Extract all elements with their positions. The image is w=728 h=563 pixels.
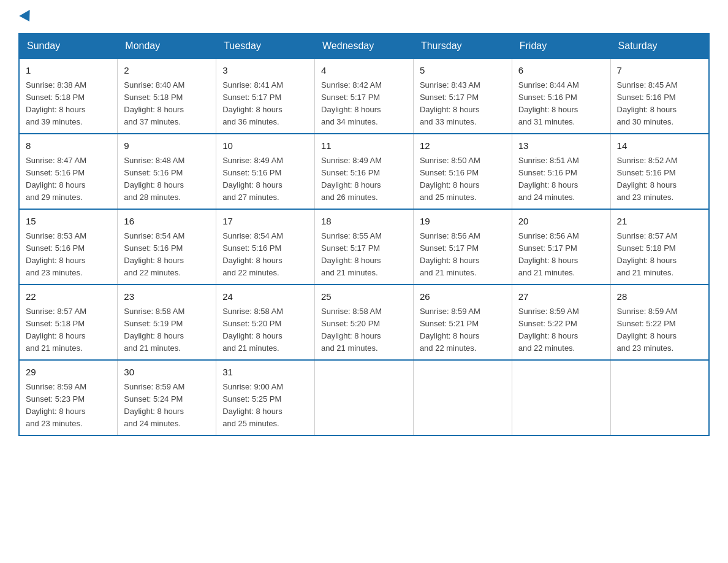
day-info: Sunrise: 9:00 AM Sunset: 5:25 PM Dayligh…: [222, 381, 308, 431]
day-cell: 27Sunrise: 8:59 AM Sunset: 5:22 PM Dayli…: [512, 285, 610, 360]
day-number: 22: [26, 290, 111, 304]
day-cell: 5Sunrise: 8:43 AM Sunset: 5:17 PM Daylig…: [413, 58, 512, 134]
day-number: 31: [222, 366, 308, 380]
day-number: 12: [420, 139, 506, 153]
day-cell: 1Sunrise: 8:38 AM Sunset: 5:18 PM Daylig…: [19, 58, 118, 134]
week-row-1: 1Sunrise: 8:38 AM Sunset: 5:18 PM Daylig…: [19, 58, 709, 134]
day-info: Sunrise: 8:59 AM Sunset: 5:23 PM Dayligh…: [26, 381, 111, 431]
day-info: Sunrise: 8:51 AM Sunset: 5:16 PM Dayligh…: [518, 155, 604, 204]
day-info: Sunrise: 8:43 AM Sunset: 5:17 PM Dayligh…: [420, 79, 506, 129]
week-row-2: 8Sunrise: 8:47 AM Sunset: 5:16 PM Daylig…: [19, 134, 709, 209]
day-number: 23: [124, 290, 210, 304]
day-number: 19: [420, 215, 506, 229]
day-cell: 30Sunrise: 8:59 AM Sunset: 5:24 PM Dayli…: [118, 360, 216, 435]
day-cell: 17Sunrise: 8:54 AM Sunset: 5:16 PM Dayli…: [216, 209, 315, 285]
day-info: Sunrise: 8:58 AM Sunset: 5:19 PM Dayligh…: [124, 305, 210, 355]
logo: [18, 12, 33, 22]
day-number: 2: [124, 64, 210, 78]
day-number: 21: [617, 215, 702, 229]
day-info: Sunrise: 8:54 AM Sunset: 5:16 PM Dayligh…: [222, 230, 308, 280]
day-cell: 26Sunrise: 8:59 AM Sunset: 5:21 PM Dayli…: [413, 285, 512, 360]
day-info: Sunrise: 8:40 AM Sunset: 5:18 PM Dayligh…: [124, 79, 210, 129]
day-info: Sunrise: 8:59 AM Sunset: 5:22 PM Dayligh…: [518, 305, 604, 355]
day-cell: 11Sunrise: 8:49 AM Sunset: 5:16 PM Dayli…: [315, 134, 414, 209]
day-info: Sunrise: 8:56 AM Sunset: 5:17 PM Dayligh…: [518, 230, 604, 280]
day-cell: 12Sunrise: 8:50 AM Sunset: 5:16 PM Dayli…: [413, 134, 512, 209]
day-cell: 28Sunrise: 8:59 AM Sunset: 5:22 PM Dayli…: [610, 285, 709, 360]
day-number: 5: [420, 64, 506, 78]
day-number: 8: [26, 139, 111, 153]
day-cell: 24Sunrise: 8:58 AM Sunset: 5:20 PM Dayli…: [216, 285, 315, 360]
day-cell: 16Sunrise: 8:54 AM Sunset: 5:16 PM Dayli…: [118, 209, 216, 285]
day-cell: 7Sunrise: 8:45 AM Sunset: 5:16 PM Daylig…: [610, 58, 709, 134]
day-cell: 4Sunrise: 8:42 AM Sunset: 5:17 PM Daylig…: [315, 58, 414, 134]
day-number: 29: [26, 366, 111, 380]
day-cell: 25Sunrise: 8:58 AM Sunset: 5:20 PM Dayli…: [315, 285, 414, 360]
day-cell: 21Sunrise: 8:57 AM Sunset: 5:18 PM Dayli…: [610, 209, 709, 285]
day-number: 7: [617, 64, 702, 78]
day-cell: 19Sunrise: 8:56 AM Sunset: 5:17 PM Dayli…: [413, 209, 512, 285]
day-number: 17: [222, 215, 308, 229]
day-cell: 14Sunrise: 8:52 AM Sunset: 5:16 PM Dayli…: [610, 134, 709, 209]
day-number: 16: [124, 215, 210, 229]
day-cell: 9Sunrise: 8:48 AM Sunset: 5:16 PM Daylig…: [118, 134, 216, 209]
day-number: 27: [518, 290, 604, 304]
day-info: Sunrise: 8:58 AM Sunset: 5:20 PM Dayligh…: [222, 305, 308, 355]
day-info: Sunrise: 8:50 AM Sunset: 5:16 PM Dayligh…: [420, 155, 506, 204]
day-number: 25: [321, 290, 407, 304]
day-cell: [315, 360, 414, 435]
day-cell: 2Sunrise: 8:40 AM Sunset: 5:18 PM Daylig…: [118, 58, 216, 134]
day-number: 11: [321, 139, 407, 153]
page-header: [18, 12, 710, 22]
day-cell: 13Sunrise: 8:51 AM Sunset: 5:16 PM Dayli…: [512, 134, 610, 209]
week-row-3: 15Sunrise: 8:53 AM Sunset: 5:16 PM Dayli…: [19, 209, 709, 285]
day-cell: 3Sunrise: 8:41 AM Sunset: 5:17 PM Daylig…: [216, 58, 315, 134]
day-info: Sunrise: 8:42 AM Sunset: 5:17 PM Dayligh…: [321, 79, 407, 129]
weekday-header-wednesday: Wednesday: [315, 34, 414, 58]
day-number: 3: [222, 64, 308, 78]
day-info: Sunrise: 8:44 AM Sunset: 5:16 PM Dayligh…: [518, 79, 604, 129]
day-number: 1: [26, 64, 111, 78]
day-info: Sunrise: 8:38 AM Sunset: 5:18 PM Dayligh…: [26, 79, 111, 129]
day-cell: 18Sunrise: 8:55 AM Sunset: 5:17 PM Dayli…: [315, 209, 414, 285]
logo-triangle-icon: [19, 10, 34, 25]
day-cell: [512, 360, 610, 435]
weekday-header-row: SundayMondayTuesdayWednesdayThursdayFrid…: [19, 34, 709, 58]
day-info: Sunrise: 8:57 AM Sunset: 5:18 PM Dayligh…: [26, 305, 111, 355]
day-cell: 22Sunrise: 8:57 AM Sunset: 5:18 PM Dayli…: [19, 285, 118, 360]
day-cell: 23Sunrise: 8:58 AM Sunset: 5:19 PM Dayli…: [118, 285, 216, 360]
day-info: Sunrise: 8:49 AM Sunset: 5:16 PM Dayligh…: [321, 155, 407, 204]
day-info: Sunrise: 8:47 AM Sunset: 5:16 PM Dayligh…: [26, 155, 111, 204]
day-number: 15: [26, 215, 111, 229]
day-info: Sunrise: 8:59 AM Sunset: 5:22 PM Dayligh…: [617, 305, 702, 355]
weekday-header-sunday: Sunday: [19, 34, 118, 58]
day-info: Sunrise: 8:55 AM Sunset: 5:17 PM Dayligh…: [321, 230, 407, 280]
day-number: 30: [124, 366, 210, 380]
day-cell: 10Sunrise: 8:49 AM Sunset: 5:16 PM Dayli…: [216, 134, 315, 209]
day-info: Sunrise: 8:57 AM Sunset: 5:18 PM Dayligh…: [617, 230, 702, 280]
weekday-header-thursday: Thursday: [413, 34, 512, 58]
day-cell: 29Sunrise: 8:59 AM Sunset: 5:23 PM Dayli…: [19, 360, 118, 435]
day-info: Sunrise: 8:52 AM Sunset: 5:16 PM Dayligh…: [617, 155, 702, 204]
day-number: 24: [222, 290, 308, 304]
day-info: Sunrise: 8:53 AM Sunset: 5:16 PM Dayligh…: [26, 230, 111, 280]
day-cell: 15Sunrise: 8:53 AM Sunset: 5:16 PM Dayli…: [19, 209, 118, 285]
day-cell: 20Sunrise: 8:56 AM Sunset: 5:17 PM Dayli…: [512, 209, 610, 285]
day-number: 6: [518, 64, 604, 78]
day-cell: 6Sunrise: 8:44 AM Sunset: 5:16 PM Daylig…: [512, 58, 610, 134]
day-number: 13: [518, 139, 604, 153]
weekday-header-monday: Monday: [118, 34, 216, 58]
weekday-header-friday: Friday: [512, 34, 610, 58]
calendar-table: SundayMondayTuesdayWednesdayThursdayFrid…: [18, 33, 710, 436]
week-row-5: 29Sunrise: 8:59 AM Sunset: 5:23 PM Dayli…: [19, 360, 709, 435]
day-number: 10: [222, 139, 308, 153]
day-info: Sunrise: 8:56 AM Sunset: 5:17 PM Dayligh…: [420, 230, 506, 280]
day-info: Sunrise: 8:59 AM Sunset: 5:24 PM Dayligh…: [124, 381, 210, 431]
day-info: Sunrise: 8:54 AM Sunset: 5:16 PM Dayligh…: [124, 230, 210, 280]
day-number: 4: [321, 64, 407, 78]
day-cell: 8Sunrise: 8:47 AM Sunset: 5:16 PM Daylig…: [19, 134, 118, 209]
day-cell: [610, 360, 709, 435]
day-cell: [413, 360, 512, 435]
day-number: 26: [420, 290, 506, 304]
day-info: Sunrise: 8:49 AM Sunset: 5:16 PM Dayligh…: [222, 155, 308, 204]
